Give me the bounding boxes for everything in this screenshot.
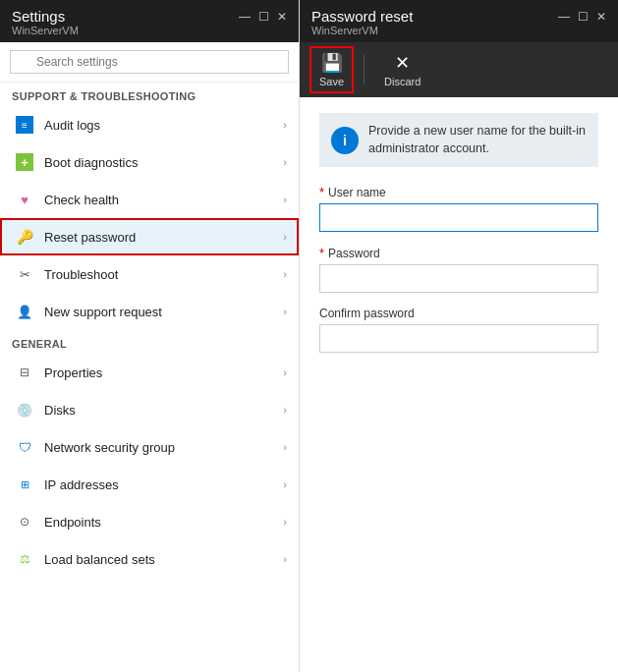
load-icon: ⚖: [15, 549, 34, 569]
toolbar-separator: [364, 55, 365, 84]
left-titlebar: Settings WinServerVM — ☐ ✕: [0, 0, 299, 42]
left-subtitle: WinServerVM: [12, 25, 79, 36]
sidebar-item-disks[interactable]: 💿 Disks ›: [0, 391, 299, 428]
ip-addresses-label: IP addresses: [44, 477, 283, 492]
right-app-title: Password reset: [311, 8, 413, 25]
info-text: Provide a new user name for the built-in…: [368, 123, 587, 157]
endpoints-chevron: ›: [283, 516, 287, 528]
load-balanced-label: Load balanced sets: [44, 552, 283, 567]
troubleshoot-label: Troubleshoot: [44, 267, 283, 282]
properties-chevron: ›: [283, 366, 287, 378]
new-support-label: New support request: [44, 305, 283, 319]
sidebar-item-new-support[interactable]: 👤 New support request ›: [0, 293, 299, 330]
endpoints-icon: ⊙: [15, 512, 34, 532]
properties-label: Properties: [44, 365, 283, 380]
username-label: * User name: [319, 185, 598, 199]
right-maximize-button[interactable]: ☐: [578, 10, 589, 24]
sidebar-item-network-security[interactable]: 🛡 Network security group ›: [0, 428, 299, 466]
left-close-button[interactable]: ✕: [277, 10, 287, 24]
username-label-text: User name: [328, 186, 386, 199]
sidebar-item-reset-password[interactable]: 🔑 Reset password ›: [0, 218, 299, 255]
right-close-button[interactable]: ✕: [596, 10, 606, 24]
endpoints-label: Endpoints: [44, 515, 283, 530]
network-icon: ⊞: [15, 475, 34, 494]
wrench-icon: ✂: [15, 264, 34, 284]
left-title-info: Settings WinServerVM: [12, 8, 79, 36]
right-titlebar: Password reset WinServerVM — ☐ ✕: [300, 0, 618, 42]
confirm-password-label: Confirm password: [319, 307, 598, 320]
password-group: * Password: [319, 246, 598, 293]
audit-logs-label: Audit logs: [44, 118, 283, 133]
right-titlebar-controls: — ☐ ✕: [558, 10, 606, 24]
load-balanced-chevron: ›: [283, 553, 287, 565]
right-subtitle: WinServerVM: [311, 25, 413, 36]
troubleshoot-chevron: ›: [283, 268, 287, 280]
support-section-label: SUPPORT & TROUBLESHOOTING: [0, 83, 299, 106]
left-minimize-button[interactable]: —: [239, 10, 251, 24]
save-button[interactable]: 💾 Save: [309, 46, 354, 93]
new-support-chevron: ›: [283, 306, 287, 317]
password-required-star: *: [319, 246, 324, 260]
boot-diagnostics-label: Boot diagnostics: [44, 155, 283, 170]
sidebar-item-ip-addresses[interactable]: ⊞ IP addresses ›: [0, 466, 299, 503]
right-title-info: Password reset WinServerVM: [311, 8, 413, 36]
disks-label: Disks: [44, 403, 283, 418]
username-required-star: *: [319, 185, 324, 199]
sidebar-item-load-balanced[interactable]: ⚖ Load balanced sets ›: [0, 540, 299, 578]
left-panel-scroll: SUPPORT & TROUBLESHOOTING ≡ Audit logs ›…: [0, 83, 299, 672]
audit-icon: ≡: [15, 115, 34, 135]
disks-chevron: ›: [283, 404, 287, 416]
reset-password-chevron: ›: [283, 231, 287, 243]
username-input[interactable]: [319, 203, 598, 232]
left-panel: Settings WinServerVM — ☐ ✕ 🔍 SUPPORT & T…: [0, 0, 300, 672]
left-maximize-button[interactable]: ☐: [258, 10, 269, 24]
boot-diagnostics-chevron: ›: [283, 156, 287, 168]
sidebar-item-endpoints[interactable]: ⊙ Endpoints ›: [0, 503, 299, 540]
discard-icon: ✕: [395, 52, 410, 74]
save-label: Save: [319, 76, 344, 87]
disk-icon: 💿: [15, 400, 34, 420]
network-security-label: Network security group: [44, 440, 283, 455]
info-banner: i Provide a new user name for the built-…: [319, 113, 598, 167]
password-label: * Password: [319, 246, 598, 260]
support-icon: 👤: [15, 302, 34, 321]
right-panel: Password reset WinServerVM — ☐ ✕ 💾 Save …: [300, 0, 618, 672]
shield-icon: 🛡: [15, 437, 34, 457]
reset-password-label: Reset password: [44, 230, 283, 245]
info-icon: i: [331, 127, 359, 154]
check-health-chevron: ›: [283, 194, 287, 205]
discard-label: Discard: [384, 76, 421, 87]
sidebar-item-audit-logs[interactable]: ≡ Audit logs ›: [0, 106, 299, 143]
search-wrapper: 🔍: [10, 50, 289, 74]
confirm-password-label-text: Confirm password: [319, 307, 415, 320]
sidebar-item-boot-diagnostics[interactable]: + Boot diagnostics ›: [0, 143, 299, 181]
boot-icon: +: [15, 152, 34, 172]
confirm-password-input[interactable]: [319, 324, 598, 353]
left-app-title: Settings: [12, 8, 79, 25]
password-label-text: Password: [328, 247, 380, 260]
search-box: 🔍: [0, 42, 299, 83]
right-toolbar: 💾 Save ✕ Discard: [300, 42, 618, 97]
health-icon: ♥: [15, 190, 34, 209]
search-input[interactable]: [10, 50, 289, 74]
right-minimize-button[interactable]: —: [558, 10, 570, 24]
password-input[interactable]: [319, 264, 598, 293]
sidebar-item-check-health[interactable]: ♥ Check health ›: [0, 181, 299, 218]
check-health-label: Check health: [44, 193, 283, 207]
network-security-chevron: ›: [283, 441, 287, 453]
username-group: * User name: [319, 185, 598, 232]
right-content: i Provide a new user name for the built-…: [300, 97, 618, 672]
ip-addresses-chevron: ›: [283, 478, 287, 490]
sidebar-item-properties[interactable]: ⊟ Properties ›: [0, 354, 299, 391]
general-section-label: GENERAL: [0, 330, 299, 354]
sidebar-item-troubleshoot[interactable]: ✂ Troubleshoot ›: [0, 255, 299, 293]
confirm-password-group: Confirm password: [319, 307, 598, 353]
audit-logs-chevron: ›: [283, 119, 287, 131]
key-icon: 🔑: [15, 227, 34, 247]
discard-button[interactable]: ✕ Discard: [374, 46, 430, 93]
save-icon: 💾: [321, 52, 343, 74]
bars-icon: ⊟: [15, 363, 34, 382]
left-titlebar-controls: — ☐ ✕: [239, 10, 287, 24]
